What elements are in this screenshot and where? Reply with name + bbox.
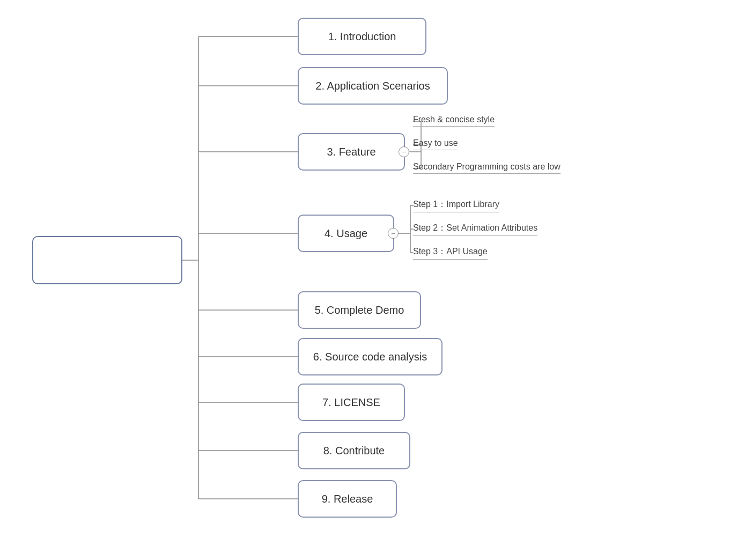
child-label-usage: 4. Usage — [325, 227, 367, 240]
leaf-label: Secondary Programming costs are low — [413, 162, 561, 174]
child-label-demo: 5. Complete Demo — [315, 304, 404, 316]
child-label-contrib: 8. Contribute — [323, 445, 385, 457]
child-label-license: 7. LICENSE — [322, 396, 380, 409]
child-node-intro[interactable]: 1. Introduction — [298, 18, 426, 55]
child-label-source: 6. Source code analysis — [313, 351, 427, 363]
child-node-feature[interactable]: 3. Feature — [298, 133, 405, 171]
leaf-label: Fresh & concise style — [413, 115, 495, 127]
child-node-usage[interactable]: 4. Usage — [298, 215, 394, 252]
child-label-release: 9. Release — [322, 493, 373, 505]
leaf-node: Step 3：API Usage — [413, 246, 488, 260]
root-node[interactable] — [32, 236, 182, 284]
child-label-intro: 1. Introduction — [328, 31, 396, 43]
leaf-label: Step 2：Set Animation Attributes — [413, 223, 537, 236]
child-label-feature: 3. Feature — [327, 146, 375, 158]
leaf-node: Easy to use — [413, 138, 458, 150]
child-node-demo[interactable]: 5. Complete Demo — [298, 291, 421, 329]
leaf-node: Fresh & concise style — [413, 115, 495, 127]
leaf-node: Step 1：Import Library — [413, 199, 499, 212]
leaf-node: Step 2：Set Animation Attributes — [413, 223, 537, 236]
child-node-release[interactable]: 9. Release — [298, 480, 397, 518]
collapse-icon-usage[interactable]: − — [388, 228, 399, 239]
collapse-icon-feature[interactable]: − — [399, 146, 409, 157]
leaf-label: Step 3：API Usage — [413, 246, 488, 260]
leaf-label: Step 1：Import Library — [413, 199, 499, 212]
child-node-license[interactable]: 7. LICENSE — [298, 384, 405, 421]
child-label-appsc: 2. Application Scenarios — [315, 80, 430, 92]
child-node-source[interactable]: 6. Source code analysis — [298, 338, 443, 375]
child-node-appsc[interactable]: 2. Application Scenarios — [298, 67, 448, 105]
mindmap-container: 1. Introduction2. Application Scenarios3… — [0, 0, 752, 560]
leaf-node: Secondary Programming costs are low — [413, 162, 561, 174]
leaf-label: Easy to use — [413, 138, 458, 150]
child-node-contrib[interactable]: 8. Contribute — [298, 432, 410, 469]
